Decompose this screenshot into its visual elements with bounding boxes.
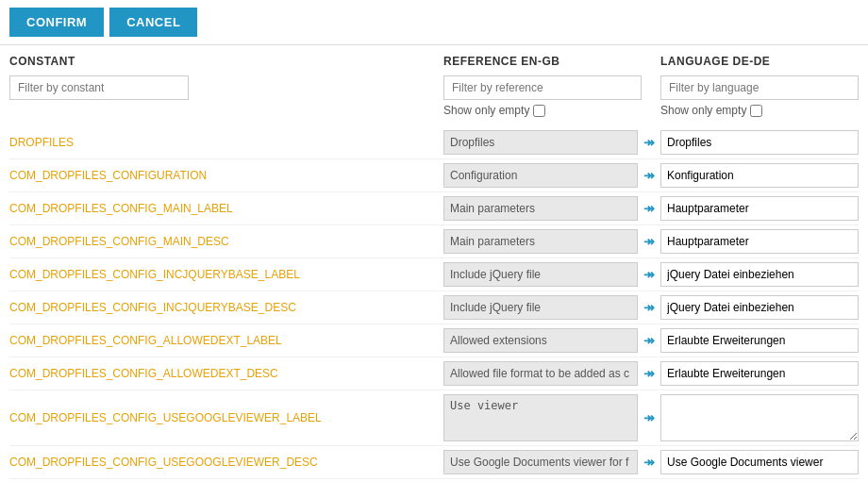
arrow-icon: ↠ — [643, 300, 655, 315]
language-textarea[interactable] — [660, 394, 859, 441]
reference-textarea — [443, 394, 638, 441]
confirm-button[interactable]: CONFIRM — [9, 8, 104, 37]
language-input[interactable] — [660, 229, 859, 254]
arrow-icon: ↠ — [643, 366, 655, 381]
reference-value: Allowed extensions — [443, 328, 638, 353]
table-row: COM_DROPFILES_CONFIG_MAIN_DESCMain param… — [9, 225, 859, 258]
constant-header: CONSTANT — [9, 55, 443, 75]
constant-link[interactable]: COM_DROPFILES_CONFIGURATION — [9, 169, 207, 182]
language-filter-input[interactable] — [660, 75, 859, 100]
reference-value: Use Google Documents viewer for f — [443, 450, 638, 474]
table-row: COM_DROPFILES_CONFIGURATIONConfiguration… — [9, 159, 859, 192]
constant-link[interactable]: COM_DROPFILES_CONFIG_ALLOWEDEXT_LABEL — [9, 334, 282, 347]
constant-link[interactable]: COM_DROPFILES_CONFIG_USEGOOGLEVIEWER_LAB… — [9, 411, 322, 424]
reference-filter-input[interactable] — [443, 75, 642, 100]
constant-link[interactable]: COM_DROPFILES_CONFIG_MAIN_LABEL — [9, 202, 233, 215]
constant-link[interactable]: COM_DROPFILES_CONFIG_INCJQUERYBASE_DESC — [9, 301, 296, 314]
table-row: COM_DROPFILES_CONFIG_USEGOOGLEVIEWER_DES… — [9, 446, 859, 479]
language-show-only-empty: Show only empty — [660, 104, 859, 117]
table-row: DROPFILESDropfiles↠ — [9, 126, 859, 159]
arrow-icon: ↠ — [643, 410, 655, 425]
cancel-button[interactable]: CANCEL — [109, 8, 197, 37]
reference-value: Main parameters — [443, 196, 638, 221]
constant-link[interactable]: DROPFILES — [9, 136, 74, 149]
arrow-icon: ↠ — [643, 333, 655, 348]
language-input[interactable] — [660, 328, 859, 353]
show-only-empty-label-lang: Show only empty — [660, 104, 746, 117]
top-bar: CONFIRM CANCEL — [0, 0, 868, 45]
arrow-icon: ↠ — [643, 135, 655, 150]
arrow-icon: ↠ — [643, 234, 655, 249]
table-row: COM_DROPFILES_CONFIG_MAIN_LABELMain para… — [9, 192, 859, 225]
arrow-icon: ↠ — [643, 201, 655, 216]
reference-show-only-empty: Show only empty — [443, 104, 660, 117]
language-input[interactable] — [660, 450, 859, 474]
arrow-icon: ↠ — [643, 168, 655, 183]
language-input[interactable] — [660, 361, 859, 386]
reference-value: Include jQuery file — [443, 262, 638, 287]
table-row: COM_DROPFILES_CONFIG_ALLOWEDEXT_DESCAllo… — [9, 357, 859, 390]
constant-link[interactable]: COM_DROPFILES_CONFIG_INCJQUERYBASE_LABEL — [9, 268, 300, 281]
constant-filter-input[interactable] — [9, 75, 189, 100]
language-input[interactable] — [660, 130, 859, 155]
show-only-empty-label-ref: Show only empty — [443, 104, 529, 117]
reference-value: Allowed file format to be added as c — [443, 361, 638, 386]
constant-link[interactable]: COM_DROPFILES_CONFIG_USEGOOGLEVIEWER_DES… — [9, 456, 318, 469]
reference-value: Configuration — [443, 163, 638, 188]
arrow-icon: ↠ — [643, 267, 655, 282]
reference-value: Main parameters — [443, 229, 638, 254]
reference-value: Dropfiles — [443, 130, 638, 155]
language-input[interactable] — [660, 295, 859, 320]
table-row: COM_DROPFILES_CONFIG_ALLOWEDEXT_LABELAll… — [9, 324, 859, 357]
table-row: COM_DROPFILES_CONFIG_INCJQUERYBASE_LABEL… — [9, 258, 859, 291]
show-only-empty-checkbox-ref[interactable] — [533, 105, 545, 117]
language-input[interactable] — [660, 196, 859, 221]
constant-link[interactable]: COM_DROPFILES_CONFIG_MAIN_DESC — [9, 235, 229, 248]
constant-link[interactable]: COM_DROPFILES_CONFIG_ALLOWEDEXT_DESC — [9, 367, 278, 380]
show-only-empty-checkbox-lang[interactable] — [750, 105, 762, 117]
reference-header: REFERENCE EN-GB — [443, 55, 660, 75]
language-input[interactable] — [660, 262, 859, 287]
table-row: COM_DROPFILES_CONFIG_USEGOOGLEVIEWER_LAB… — [9, 390, 859, 446]
reference-value: Include jQuery file — [443, 295, 638, 320]
table-row: COM_DROPFILES_CONFIG_INCJQUERYBASE_DESCI… — [9, 291, 859, 324]
language-header: LANGUAGE DE-DE — [660, 55, 859, 75]
arrow-icon: ↠ — [643, 455, 655, 470]
language-input[interactable] — [660, 163, 859, 188]
